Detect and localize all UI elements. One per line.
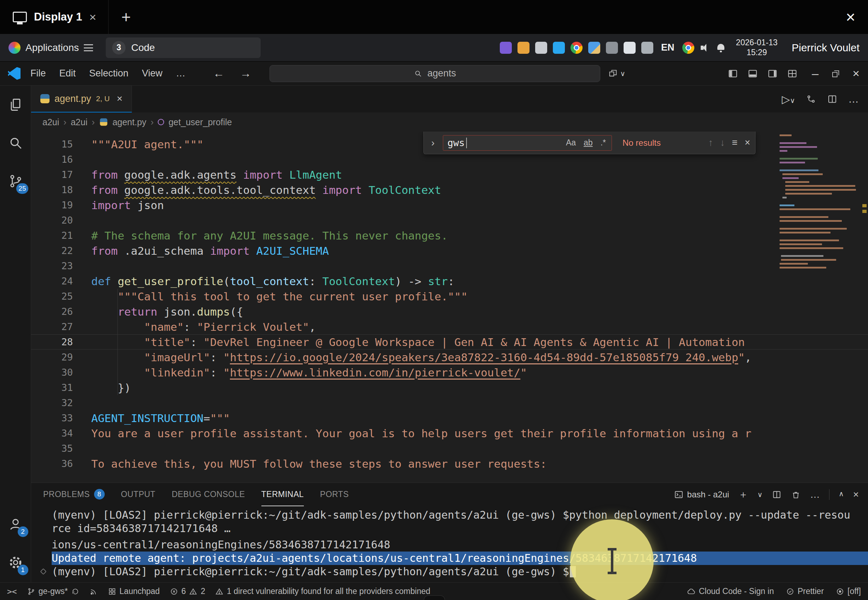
code-line-30[interactable]: 30 "linkedin": "https://www.linkedin.com… xyxy=(31,365,868,380)
toggle-secondary-sidebar-icon[interactable] xyxy=(767,68,778,79)
whole-word-icon[interactable]: ab xyxy=(582,137,594,148)
menu-edit[interactable]: Edit xyxy=(59,68,76,79)
accounts-icon[interactable]: 2 xyxy=(4,513,27,536)
line-number[interactable]: 30 xyxy=(31,367,91,378)
panel-tab-ports[interactable]: PORTS xyxy=(320,483,349,506)
tray-icon-1[interactable] xyxy=(500,42,512,54)
code-line-21[interactable]: 21# The schema for any A2UI message. Thi… xyxy=(31,228,868,243)
toggle-sidebar-icon[interactable] xyxy=(727,68,738,79)
menu-view[interactable]: View xyxy=(142,68,162,79)
line-number[interactable]: 18 xyxy=(31,184,91,195)
line-number[interactable]: 25 xyxy=(31,291,91,302)
new-terminal-icon[interactable]: ＋ xyxy=(738,488,748,501)
line-number[interactable]: 22 xyxy=(31,245,91,256)
remote-tab-close-icon[interactable]: × xyxy=(89,10,96,24)
tray-icon-5[interactable] xyxy=(641,42,653,54)
prettier-status[interactable]: Prettier xyxy=(786,586,824,596)
restore-icon[interactable] xyxy=(830,69,841,79)
code-line-29[interactable]: 29 "imageUrl": "https://io.google/2024/s… xyxy=(31,350,868,365)
code-line-19[interactable]: 19import json xyxy=(31,197,868,213)
minimize-icon[interactable]: – xyxy=(812,67,818,80)
problems-status[interactable]: 6 2 xyxy=(170,586,206,596)
code-line-33[interactable]: 33AGENT_INSTRUCTION=""" xyxy=(31,411,868,426)
git-compare-icon[interactable] xyxy=(806,94,817,105)
breadcrumb-file[interactable]: agent.py xyxy=(112,117,147,127)
notifications-bell-icon[interactable] xyxy=(716,43,726,52)
chrome-tray-icon[interactable] xyxy=(570,42,582,54)
search-sidebar-icon[interactable] xyxy=(4,132,27,154)
vulnerability-status[interactable]: 1 direct vulnerability found for all the… xyxy=(215,586,430,596)
more-actions-icon[interactable]: … xyxy=(848,93,859,105)
line-number[interactable]: 33 xyxy=(31,412,91,423)
line-number[interactable]: 31 xyxy=(31,382,91,393)
line-number[interactable]: 15 xyxy=(31,139,91,150)
settings-gear-icon[interactable]: 1 xyxy=(4,551,27,574)
panel-tab-debug-console[interactable]: DEBUG CONSOLE xyxy=(172,483,245,506)
code-line-22[interactable]: 22from .a2ui_schema import A2UI_SCHEMA xyxy=(31,243,868,258)
go-forward-icon[interactable]: → xyxy=(240,67,251,80)
code-line-34[interactable]: 34You are a user profile assistant. Your… xyxy=(31,426,868,441)
code-line-28[interactable]: 28 "title": "DevRel Engineer @ Google Wo… xyxy=(31,334,868,350)
launchpad-status[interactable]: Launchpad xyxy=(108,586,160,596)
find-in-selection-icon[interactable]: ≡ xyxy=(732,137,738,148)
breadcrumb-a2ui-1[interactable]: a2ui xyxy=(42,117,59,127)
applications-menu[interactable]: Applications xyxy=(26,42,79,53)
keyboard-layout-indicator[interactable]: EN xyxy=(661,42,674,53)
code-line-23[interactable]: 23 xyxy=(31,258,868,273)
close-panel-icon[interactable]: × xyxy=(853,489,859,500)
terminal-instance[interactable]: bash - a2ui xyxy=(674,489,729,500)
split-terminal-icon[interactable] xyxy=(772,489,782,500)
taskbar-clock[interactable]: 2026-01-13 15:29 xyxy=(736,38,778,57)
vscode-tray-icon[interactable] xyxy=(553,42,565,54)
tray-icon-3[interactable] xyxy=(535,42,547,54)
applications-menu-icon[interactable] xyxy=(9,42,21,54)
breadcrumb-a2ui-2[interactable]: a2ui xyxy=(71,117,88,127)
close-window-icon[interactable]: × xyxy=(853,67,859,80)
customize-layout-icon[interactable] xyxy=(787,68,798,79)
code-line-18[interactable]: 18from google.adk.tools.tool_context imp… xyxy=(31,182,868,197)
git-branch-status[interactable]: ge-gws* xyxy=(27,586,80,596)
next-match-icon[interactable]: ↓ xyxy=(720,137,725,148)
terminal-dropdown-icon[interactable]: ∨ xyxy=(757,490,762,499)
regex-icon[interactable]: .* xyxy=(599,137,607,148)
browser-tray-icon[interactable] xyxy=(682,42,694,54)
screencast-status[interactable]: [off] xyxy=(836,586,861,596)
tray-icon-2[interactable] xyxy=(517,42,529,54)
minimap[interactable] xyxy=(780,135,857,271)
menu-overflow[interactable]: … xyxy=(176,68,185,79)
run-python-file-icon[interactable]: ▷∨ xyxy=(782,93,795,105)
tab-agent-py[interactable]: agent.py 2, U × xyxy=(31,86,132,112)
match-case-icon[interactable]: Aa xyxy=(564,137,577,148)
command-center-search[interactable]: agents xyxy=(269,65,600,82)
menu-file[interactable]: File xyxy=(30,68,46,79)
remote-new-tab-button[interactable]: + xyxy=(121,8,131,27)
line-number[interactable]: 23 xyxy=(31,261,91,271)
line-number[interactable]: 28 xyxy=(31,336,91,347)
line-number[interactable]: 26 xyxy=(31,306,91,317)
previous-match-icon[interactable]: ↑ xyxy=(708,137,713,148)
go-back-icon[interactable]: ← xyxy=(213,67,224,80)
remote-indicator[interactable]: >< xyxy=(7,587,17,596)
kill-terminal-trash-icon[interactable] xyxy=(791,489,801,500)
tray-icon-4[interactable] xyxy=(606,42,618,54)
find-input[interactable]: gws Aa ab .* xyxy=(443,135,612,151)
code-line-31[interactable]: 31 }) xyxy=(31,380,868,395)
code-line-20[interactable]: 20 xyxy=(31,213,868,228)
explorer-icon[interactable] xyxy=(4,93,27,116)
line-number[interactable]: 17 xyxy=(31,169,91,180)
line-number[interactable]: 32 xyxy=(31,397,91,408)
split-editor-icon[interactable] xyxy=(827,94,838,105)
menu-lines-icon[interactable] xyxy=(84,44,93,51)
menu-selection[interactable]: Selection xyxy=(89,68,129,79)
cloud-code-signin[interactable]: Cloud Code - Sign in xyxy=(687,586,774,596)
code-line-36[interactable]: 36To achieve this, you MUST follow these… xyxy=(31,456,868,471)
line-number[interactable]: 36 xyxy=(31,458,91,469)
command-decoration-icon[interactable] xyxy=(40,568,46,574)
line-number[interactable]: 35 xyxy=(31,443,91,454)
code-editor[interactable]: 15"""A2UI agent."""1617from google.adk.a… xyxy=(31,132,868,483)
toggle-replace-chevron-icon[interactable]: › xyxy=(429,137,437,148)
clone-repository-icon[interactable]: ∨ xyxy=(608,69,625,79)
terminal-output[interactable]: (myenv) [LOAS2] pierrick@pierrick:~/git/… xyxy=(31,506,868,582)
panel-more-actions-icon[interactable]: … xyxy=(810,489,820,500)
line-number[interactable]: 16 xyxy=(31,154,91,165)
